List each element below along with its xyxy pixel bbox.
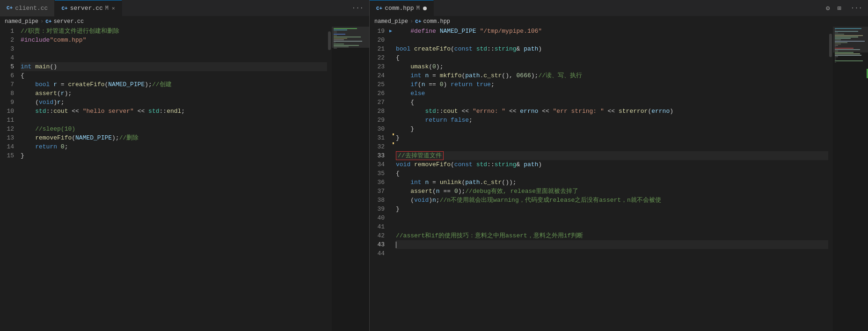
code-line: { [396,169,828,178]
code-line: return false; [396,116,828,125]
right-tab-more[interactable]: ··· [845,4,868,12]
breadcrumb-file: server.cc [53,18,84,25]
code-line [21,53,327,62]
code-line: //assert和if的使用技巧：意料之中用assert，意料之外用if判断 [396,231,828,240]
tab-server[interactable]: C+ server.cc M ✕ [55,0,122,16]
code-line: std::cout << "errno: " << errno << "err … [396,107,828,116]
right-line-numbers: 19 20 21 22 23 24 25 26 27 28 29 30 31 3… [370,27,389,331]
code-line: umask(0); [396,62,828,71]
right-pane: C+ comm.hpp M ⚙ ⊞ ··· named_pipe › C+ co… [370,0,868,331]
left-line-numbers: 1 2 3 4 5 6 7 8 9 10 11 12 13 14 15 [0,27,19,331]
code-line: return 0; [21,142,327,151]
tab-comm[interactable]: C+ comm.hpp M [370,0,434,16]
code-line: #include"comm.hpp" [21,36,327,44]
code-line: int n = mkfifo(path.c_str(), 0666);//读、写… [396,71,828,80]
tab-server-close[interactable]: ✕ [112,5,115,11]
left-editor[interactable]: 1 2 3 4 5 6 7 8 9 10 11 12 13 14 15 [0,27,369,331]
code-line: #define NAMED_PIPE "/tmp/mypipe.106" [396,27,828,36]
code-line: //sleep(10) [21,125,327,133]
code-line: { [396,53,828,62]
code-line: (void)r; [21,98,327,107]
breadcrumb-sep-r: › [410,18,413,25]
code-line: std::cout << "hello server" << std::endl… [21,107,327,116]
tab-comm-label: comm.hpp [385,5,414,12]
code-line: { [396,98,828,107]
tab-comm-dot [423,7,427,10]
code-line-43 [396,240,828,249]
left-breadcrumb: named_pipe › C+ server.cc [0,16,369,27]
cpp-icon3: C+ [376,6,382,11]
code-line: removeFifo(NAMED_PIPE);//删除 [21,133,327,142]
highlight-comment: //去掉管道文件 [396,151,444,160]
code-line [396,213,828,222]
code-line: else [396,89,828,98]
cpp-icon2: C+ [61,6,67,11]
layout-icon[interactable]: ⚙ [822,4,833,12]
right-tab-bar: C+ comm.hpp M ⚙ ⊞ ··· [370,0,868,16]
code-line: bool r = createFifo(NAMED_PIPE);//创建 [21,80,327,89]
code-line: } [396,205,828,213]
code-line: int n = unlink(path.c_str()); [396,178,828,187]
cpp-icon-bc-r: C+ [415,19,421,24]
cpp-icon-bc: C+ [45,19,51,24]
code-line [21,116,327,125]
left-minimap [332,27,369,331]
code-line: (void)n;//n不使用就会出现warning，代码变成release之后没… [396,196,828,205]
right-arrow-indicator: ▶ [389,27,394,331]
code-line: if(n == 0) return true; [396,80,828,89]
right-scrollbar[interactable] [828,27,833,331]
code-line [396,222,828,231]
right-breadcrumb: named_pipe › C+ comm.hpp [370,16,868,27]
code-line: bool createFifo(const std::string& path) [396,44,828,53]
code-line: } [396,125,828,133]
code-line [21,44,327,53]
code-line: assert(n == 0);//debug有效, release里面就被去掉了 [396,187,828,196]
code-line: void removeFifo(const std::string& path) [396,160,828,169]
right-editor[interactable]: 19 20 21 22 23 24 25 26 27 28 29 30 31 3… [370,27,868,331]
right-code[interactable]: #define NAMED_PIPE "/tmp/mypipe.106" boo… [394,27,828,331]
tab-server-label: server.cc [70,5,103,12]
left-tab-more[interactable]: ··· [346,4,369,12]
code-line: int main() [21,62,327,71]
breadcrumb-folder: named_pipe [5,18,38,25]
left-code[interactable]: //职责：对管道文件进行创建和删除 #include"comm.hpp" int… [19,27,327,331]
code-line: assert(r); [21,89,327,98]
left-scrollbar[interactable] [327,27,332,331]
cpp-icon: C+ [7,5,13,11]
tab-client-label: client.cc [15,5,48,12]
code-line [396,142,828,151]
breadcrumb-folder-r: named_pipe [374,18,408,25]
code-line: } [396,133,828,142]
split-icon[interactable]: ⊞ [833,4,845,12]
tab-server-modified: M [105,5,109,12]
code-line [396,36,828,44]
breadcrumb-file-r: comm.hpp [423,18,450,25]
code-line-33: //去掉管道文件 [396,151,828,160]
right-minimap [833,27,868,331]
code-line [396,249,828,258]
left-tab-bar: C+ client.cc C+ server.cc M ✕ ··· [0,0,369,16]
tab-client[interactable]: C+ client.cc [0,0,55,16]
code-line: //职责：对管道文件进行创建和删除 [21,27,327,36]
tab-comm-modified: M [416,5,420,12]
breadcrumb-sep1: › [40,18,44,25]
code-line: } [21,151,327,160]
code-line: { [21,71,327,80]
left-pane: C+ client.cc C+ server.cc M ✕ ··· named_… [0,0,370,331]
